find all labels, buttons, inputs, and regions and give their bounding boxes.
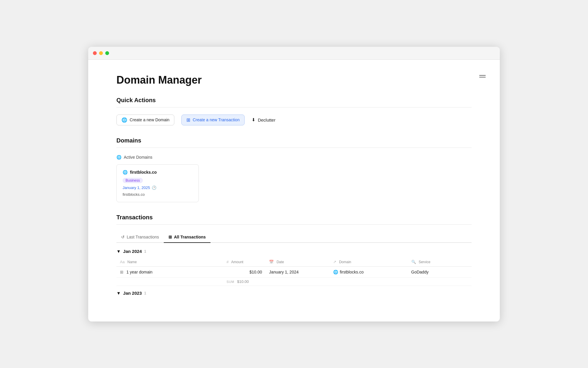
quick-actions-section: Quick Actions 🌐 Create a new Domain ⊞ Cr… xyxy=(116,97,472,125)
sum-row: SUM $10.00 xyxy=(116,277,472,286)
group-count-2023: 1 xyxy=(144,291,146,295)
create-domain-label: Create a new Domain xyxy=(130,117,169,122)
domain-date: January 1, 2025 🕐 xyxy=(123,185,193,190)
row-date: January 1, 2024 xyxy=(265,266,329,277)
col-name-label: Name xyxy=(127,260,137,264)
last-tab-label: Last Transactions xyxy=(127,235,159,239)
group-period-2023: Jan 2023 xyxy=(123,291,142,296)
page-title: Domain Manager xyxy=(116,74,472,86)
transactions-tabs: ↺ Last Transactions ⊞ All Transactions xyxy=(116,232,472,243)
col-header-domain: ↗ Domain xyxy=(330,257,408,267)
col-service-label: Service xyxy=(419,260,430,264)
sum-amount: SUM $10.00 xyxy=(223,277,265,286)
transactions-table: Aa Name # Amount 📅 Date xyxy=(116,257,472,286)
row-domain: 🌐 firstblocks.co xyxy=(330,266,408,277)
domain-url: firstblocks.co xyxy=(123,192,193,197)
date-col-icon: 📅 xyxy=(269,260,274,264)
transaction-icon: ⊞ xyxy=(186,117,190,123)
declutter-label: Declutter xyxy=(258,117,275,122)
domain-card-header: 🌐 firstblocks.co xyxy=(123,170,193,175)
col-amount-label: Amount xyxy=(231,260,243,264)
group-chevron-icon: ▼ xyxy=(116,249,121,254)
domains-divider xyxy=(116,147,472,148)
row-amount: $10.00 xyxy=(223,266,265,277)
tab-last-transactions[interactable]: ↺ Last Transactions xyxy=(116,232,164,243)
globe-icon: 🌐 xyxy=(121,117,127,123)
close-button[interactable] xyxy=(93,51,97,55)
traffic-lights xyxy=(93,51,109,55)
maximize-button[interactable] xyxy=(105,51,109,55)
app-window: Domain Manager Quick Actions 🌐 Create a … xyxy=(88,47,500,321)
domain-badge-row: Business xyxy=(123,178,193,183)
domain-badge: Business xyxy=(123,178,143,183)
domain-globe-icon: 🌐 xyxy=(123,170,128,175)
domain-card[interactable]: 🌐 firstblocks.co Business January 1, 202… xyxy=(116,164,199,202)
titlebar xyxy=(88,47,500,60)
name-col-icon: Aa xyxy=(120,260,125,264)
domain-col-icon: ↗ xyxy=(333,260,336,264)
group-header-jan2023[interactable]: ▼ Jan 2023 1 xyxy=(116,291,472,296)
quick-actions-title: Quick Actions xyxy=(116,97,472,104)
create-domain-button[interactable]: 🌐 Create a new Domain xyxy=(116,115,174,125)
create-transaction-button[interactable]: ⊞ Create a new Transaction xyxy=(181,115,245,125)
group-period: Jan 2024 xyxy=(123,249,142,254)
active-domains-label: 🌐 Active Domains xyxy=(116,155,472,160)
domains-title: Domains xyxy=(116,137,472,144)
col-header-name: Aa Name xyxy=(116,257,223,267)
row-icon: ⊞ xyxy=(120,270,123,274)
active-domains-globe-icon: 🌐 xyxy=(116,155,121,160)
quick-actions-divider xyxy=(116,107,472,107)
service-col-icon: 🔍 xyxy=(411,260,416,264)
all-tab-icon: ⊞ xyxy=(168,235,172,239)
transaction-group-jan2024: ▼ Jan 2024 1 Aa Name # Amount xyxy=(116,249,472,286)
main-content: Domain Manager Quick Actions 🌐 Create a … xyxy=(88,60,500,321)
amount-col-icon: # xyxy=(226,260,228,264)
menu-button[interactable] xyxy=(479,75,486,77)
domain-date-text: January 1, 2025 xyxy=(123,185,150,190)
actions-row: 🌐 Create a new Domain ⊞ Create a new Tra… xyxy=(116,115,472,125)
col-domain-label: Domain xyxy=(339,260,351,264)
transactions-title: Transactions xyxy=(116,214,472,221)
sum-label: SUM xyxy=(226,280,234,284)
transactions-section: Transactions ↺ Last Transactions ⊞ All T… xyxy=(116,214,472,296)
row-service: GoDaddy xyxy=(408,266,472,277)
row-name: ⊞ 1 year domain xyxy=(116,266,223,277)
row-domain-icon: 🌐 xyxy=(333,270,338,274)
col-header-amount: # Amount xyxy=(223,257,265,267)
all-tab-label: All Transactions xyxy=(174,235,206,239)
tab-all-transactions[interactable]: ⊞ All Transactions xyxy=(164,232,211,243)
col-header-service: 🔍 Service xyxy=(408,257,472,267)
active-domains-text: Active Domains xyxy=(124,155,152,160)
table-header-row: Aa Name # Amount 📅 Date xyxy=(116,257,472,267)
create-transaction-label: Create a new Transaction xyxy=(193,117,240,122)
domains-section: Domains 🌐 Active Domains 🌐 firstblocks.c… xyxy=(116,137,472,202)
minimize-button[interactable] xyxy=(99,51,103,55)
transactions-divider xyxy=(116,224,472,225)
table-row[interactable]: ⊞ 1 year domain $10.00 January 1, 2024 🌐… xyxy=(116,266,472,277)
domain-name: firstblocks.co xyxy=(130,170,157,175)
declutter-button[interactable]: ⬇ Declutter xyxy=(252,116,275,124)
last-tab-icon: ↺ xyxy=(121,235,125,239)
transaction-group-jan2023: ▼ Jan 2023 1 xyxy=(116,291,472,296)
group-chevron-icon-2023: ▼ xyxy=(116,291,121,296)
col-header-date: 📅 Date xyxy=(265,257,329,267)
col-date-label: Date xyxy=(277,260,284,264)
group-count: 1 xyxy=(144,249,146,253)
declutter-icon: ⬇ xyxy=(252,117,255,122)
clock-icon: 🕐 xyxy=(152,185,156,190)
group-header-jan2024[interactable]: ▼ Jan 2024 1 xyxy=(116,249,472,254)
